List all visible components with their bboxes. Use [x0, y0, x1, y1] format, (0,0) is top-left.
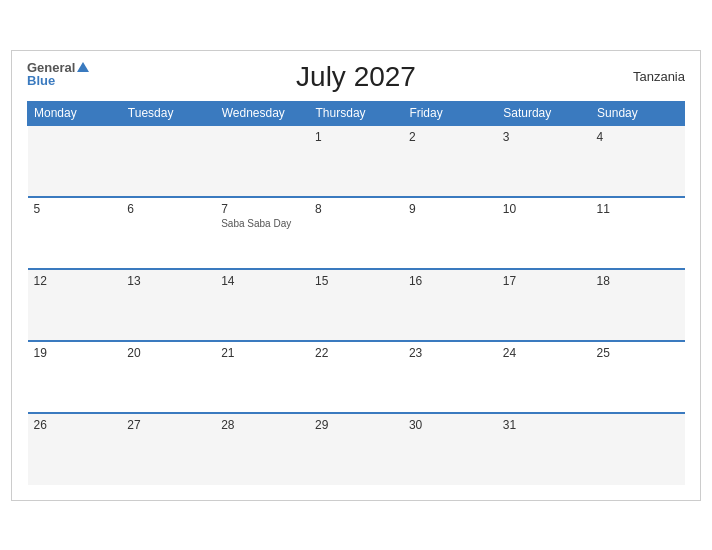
calendar-day-cell: 18 [591, 269, 685, 341]
day-number: 9 [409, 202, 491, 216]
calendar-day-cell: 4 [591, 125, 685, 197]
calendar-week-row: 1234 [28, 125, 685, 197]
day-number: 4 [597, 130, 679, 144]
day-number: 25 [597, 346, 679, 360]
calendar-day-cell: 28 [215, 413, 309, 485]
header-sunday: Sunday [591, 101, 685, 125]
calendar-day-cell: 14 [215, 269, 309, 341]
calendar-grid: Monday Tuesday Wednesday Thursday Friday… [27, 101, 685, 485]
calendar-day-cell [591, 413, 685, 485]
logo-triangle-icon [77, 62, 89, 72]
calendar-day-cell: 12 [28, 269, 122, 341]
calendar-day-cell: 26 [28, 413, 122, 485]
day-number: 26 [34, 418, 116, 432]
day-number: 21 [221, 346, 303, 360]
day-number: 1 [315, 130, 397, 144]
day-number: 2 [409, 130, 491, 144]
calendar-day-cell: 10 [497, 197, 591, 269]
header-monday: Monday [28, 101, 122, 125]
day-number: 16 [409, 274, 491, 288]
calendar-header: General Blue July 2027 Tanzania [27, 61, 685, 93]
calendar-day-cell: 23 [403, 341, 497, 413]
day-number: 10 [503, 202, 585, 216]
calendar-day-cell: 30 [403, 413, 497, 485]
day-number: 6 [127, 202, 209, 216]
day-number: 14 [221, 274, 303, 288]
calendar-day-cell [121, 125, 215, 197]
calendar-day-cell: 7Saba Saba Day [215, 197, 309, 269]
calendar-day-cell: 19 [28, 341, 122, 413]
day-number: 28 [221, 418, 303, 432]
day-number: 11 [597, 202, 679, 216]
day-number: 15 [315, 274, 397, 288]
country-label: Tanzania [633, 69, 685, 84]
calendar-day-cell: 2 [403, 125, 497, 197]
day-number: 5 [34, 202, 116, 216]
holiday-name: Saba Saba Day [221, 218, 303, 229]
day-number: 23 [409, 346, 491, 360]
day-number: 8 [315, 202, 397, 216]
calendar-day-cell: 5 [28, 197, 122, 269]
calendar-week-row: 567Saba Saba Day891011 [28, 197, 685, 269]
calendar-day-cell: 9 [403, 197, 497, 269]
calendar-day-cell: 31 [497, 413, 591, 485]
calendar-day-cell: 13 [121, 269, 215, 341]
calendar-day-cell [28, 125, 122, 197]
header-saturday: Saturday [497, 101, 591, 125]
day-number: 22 [315, 346, 397, 360]
logo: General Blue [27, 61, 89, 87]
header-tuesday: Tuesday [121, 101, 215, 125]
calendar-day-cell: 20 [121, 341, 215, 413]
day-number: 20 [127, 346, 209, 360]
calendar-day-cell: 16 [403, 269, 497, 341]
calendar-day-cell: 25 [591, 341, 685, 413]
calendar-title: July 2027 [296, 61, 416, 93]
calendar-day-cell: 3 [497, 125, 591, 197]
day-number: 24 [503, 346, 585, 360]
day-number: 12 [34, 274, 116, 288]
calendar-day-cell: 29 [309, 413, 403, 485]
calendar-day-cell: 27 [121, 413, 215, 485]
calendar-week-row: 19202122232425 [28, 341, 685, 413]
days-header-row: Monday Tuesday Wednesday Thursday Friday… [28, 101, 685, 125]
day-number: 29 [315, 418, 397, 432]
calendar-day-cell: 6 [121, 197, 215, 269]
day-number: 27 [127, 418, 209, 432]
header-thursday: Thursday [309, 101, 403, 125]
calendar-day-cell [215, 125, 309, 197]
logo-general-text: General [27, 61, 75, 74]
calendar-day-cell: 15 [309, 269, 403, 341]
day-number: 7 [221, 202, 303, 216]
day-number: 3 [503, 130, 585, 144]
day-number: 18 [597, 274, 679, 288]
calendar-day-cell: 8 [309, 197, 403, 269]
day-number: 30 [409, 418, 491, 432]
calendar-day-cell: 22 [309, 341, 403, 413]
calendar-container: General Blue July 2027 Tanzania Monday T… [11, 50, 701, 501]
logo-blue-text: Blue [27, 74, 89, 87]
calendar-day-cell: 11 [591, 197, 685, 269]
header-wednesday: Wednesday [215, 101, 309, 125]
day-number: 31 [503, 418, 585, 432]
calendar-day-cell: 1 [309, 125, 403, 197]
calendar-week-row: 262728293031 [28, 413, 685, 485]
day-number: 19 [34, 346, 116, 360]
day-number: 13 [127, 274, 209, 288]
day-number: 17 [503, 274, 585, 288]
header-friday: Friday [403, 101, 497, 125]
calendar-week-row: 12131415161718 [28, 269, 685, 341]
calendar-day-cell: 21 [215, 341, 309, 413]
calendar-day-cell: 24 [497, 341, 591, 413]
calendar-day-cell: 17 [497, 269, 591, 341]
